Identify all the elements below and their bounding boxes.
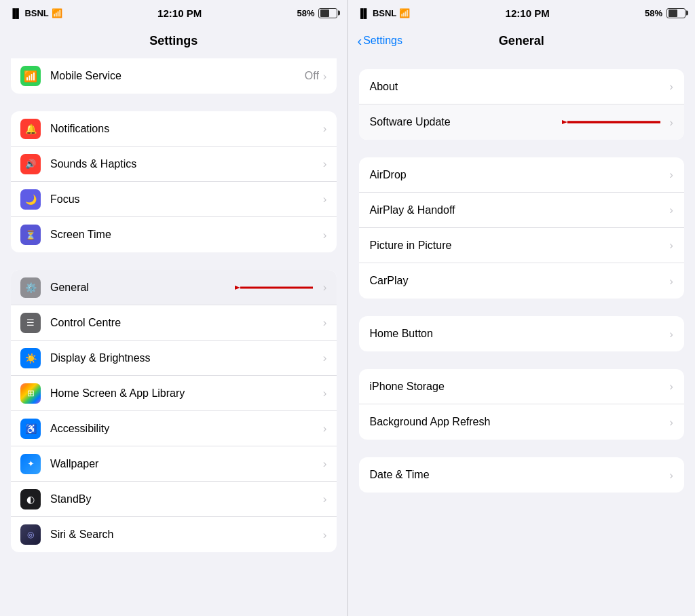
battery-percent-r: 58% — [645, 8, 662, 18]
date-time-chevron: › — [669, 469, 673, 481]
screentime-icon: ⏳ — [20, 225, 41, 245]
control-row[interactable]: ☰ Control Centre › — [11, 305, 337, 341]
battery-percent: 58% — [297, 8, 314, 18]
siri-row[interactable]: ◎ Siri & Search › — [11, 517, 337, 552]
siri-icon: ◎ — [20, 524, 41, 545]
software-update-chevron: › — [669, 117, 673, 128]
standby-chevron: › — [323, 493, 327, 505]
airplay-label: AirPlay & Handoff — [370, 204, 670, 216]
general-group-2: AirDrop › AirPlay & Handoff › Picture in… — [359, 157, 685, 299]
airplay-row[interactable]: AirPlay & Handoff › — [359, 193, 685, 228]
status-right-right: 58% — [645, 8, 685, 18]
left-panel-title: Settings — [149, 34, 198, 48]
back-button[interactable]: ‹ Settings — [358, 34, 402, 47]
airdrop-row[interactable]: AirDrop › — [359, 157, 685, 193]
carplay-row[interactable]: CarPlay › — [359, 263, 685, 299]
home-button-chevron: › — [669, 328, 673, 340]
sounds-row[interactable]: 🔊 Sounds & Haptics › — [11, 147, 337, 182]
home-button-row[interactable]: Home Button › — [359, 316, 685, 351]
accessibility-label: Accessibility — [50, 423, 323, 435]
back-label: Settings — [363, 35, 402, 47]
airdrop-chevron: › — [669, 169, 673, 180]
accessibility-row[interactable]: ♿ Accessibility › — [11, 411, 337, 446]
notifications-chevron: › — [323, 123, 327, 134]
right-panel: ▐▌ BSNL 📶 12:10 PM 58% ‹ Settings Genera… — [348, 0, 696, 616]
iphone-storage-label: iPhone Storage — [370, 381, 670, 393]
date-time-row[interactable]: Date & Time › — [359, 457, 685, 493]
right-scroll[interactable]: About › Software Update › — [348, 58, 696, 616]
focus-icon: 🌙 — [20, 189, 41, 210]
iphone-storage-row[interactable]: iPhone Storage › — [359, 369, 685, 404]
focus-label: Focus — [50, 193, 323, 206]
notifications-row[interactable]: 🔔 Notifications › — [11, 111, 337, 147]
back-chevron-icon: ‹ — [358, 34, 362, 47]
battery-fill — [320, 9, 329, 17]
general-group-4: iPhone Storage › Background App Refresh … — [359, 369, 685, 440]
general-icon: ⚙️ — [20, 277, 41, 298]
date-time-label: Date & Time — [370, 469, 670, 481]
about-chevron: › — [669, 81, 673, 92]
status-left: ▐▌ BSNL 📶 — [10, 8, 62, 18]
status-right-left: ▐▌ BSNL 📶 — [358, 8, 411, 18]
right-nav-bar: ‹ Settings General — [348, 24, 696, 58]
wallpaper-chevron: › — [323, 458, 327, 469]
background-refresh-row[interactable]: Background App Refresh › — [359, 404, 685, 440]
settings-group-1: 🔔 Notifications › 🔊 Sounds & Haptics › 🌙… — [11, 111, 337, 252]
mobile-service-row[interactable]: 📶 Mobile Service Off › — [11, 58, 337, 94]
signal-icon-r: ▐▌ — [358, 8, 370, 18]
left-scroll[interactable]: 📶 Mobile Service Off › 🔔 Notifications ›… — [0, 58, 348, 616]
battery-icon — [318, 8, 337, 18]
display-chevron: › — [323, 352, 327, 364]
general-chevron: › — [323, 282, 327, 293]
mobile-service-label: Mobile Service — [50, 70, 305, 82]
standby-row[interactable]: ◐ StandBy › — [11, 482, 337, 517]
background-refresh-label: Background App Refresh — [370, 416, 670, 428]
carrier-name: BSNL — [24, 8, 48, 18]
home-button-label: Home Button — [370, 328, 670, 340]
screentime-row[interactable]: ⏳ Screen Time › — [11, 217, 337, 252]
siri-label: Siri & Search — [50, 528, 323, 541]
carplay-chevron: › — [669, 275, 673, 287]
software-update-arrow — [562, 112, 664, 132]
accessibility-icon: ♿ — [20, 419, 41, 439]
battery-fill-r — [669, 9, 677, 17]
pip-row[interactable]: Picture in Picture › — [359, 228, 685, 263]
mobile-service-chevron: › — [323, 71, 327, 82]
display-row[interactable]: ☀️ Display & Brightness › — [11, 341, 337, 376]
signal-icon: ▐▌ — [10, 8, 22, 18]
partial-group: 📶 Mobile Service Off › — [11, 58, 337, 94]
status-bar-right: ▐▌ BSNL 📶 12:10 PM 58% — [348, 0, 696, 24]
wallpaper-label: Wallpaper — [50, 458, 323, 470]
pip-chevron: › — [669, 239, 673, 251]
wallpaper-row[interactable]: ✦ Wallpaper › — [11, 446, 337, 482]
homescreen-chevron: › — [323, 387, 327, 399]
homescreen-icon: ⊞ — [20, 383, 41, 404]
general-row[interactable]: ⚙️ General › — [11, 270, 337, 305]
time-display-r: 12:10 PM — [506, 7, 550, 19]
screentime-label: Screen Time — [50, 229, 323, 241]
wifi-icon: 📶 — [52, 8, 62, 18]
background-refresh-chevron: › — [669, 417, 673, 428]
sounds-icon: 🔊 — [20, 154, 41, 174]
siri-chevron: › — [323, 529, 327, 541]
control-label: Control Centre — [50, 317, 323, 329]
about-row[interactable]: About › — [359, 69, 685, 104]
general-group-1: About › Software Update › — [359, 69, 685, 140]
iphone-storage-chevron: › — [669, 381, 673, 392]
homescreen-row[interactable]: ⊞ Home Screen & App Library › — [11, 376, 337, 411]
display-label: Display & Brightness — [50, 352, 323, 364]
screentime-chevron: › — [323, 229, 327, 241]
control-chevron: › — [323, 317, 327, 328]
about-label: About — [370, 81, 670, 93]
general-group-3: Home Button › — [359, 316, 685, 351]
pip-label: Picture in Picture — [370, 239, 670, 252]
sounds-chevron: › — [323, 158, 327, 170]
left-nav-bar: Settings — [0, 24, 348, 58]
general-arrow-annotation — [235, 277, 316, 298]
focus-row[interactable]: 🌙 Focus › — [11, 182, 337, 217]
wifi-icon-r: 📶 — [399, 8, 410, 18]
status-bar-left: ▐▌ BSNL 📶 12:10 PM 58% — [0, 0, 348, 24]
software-update-row[interactable]: Software Update › — [359, 104, 685, 140]
mobile-service-value: Off — [305, 70, 319, 82]
accessibility-chevron: › — [323, 423, 327, 434]
